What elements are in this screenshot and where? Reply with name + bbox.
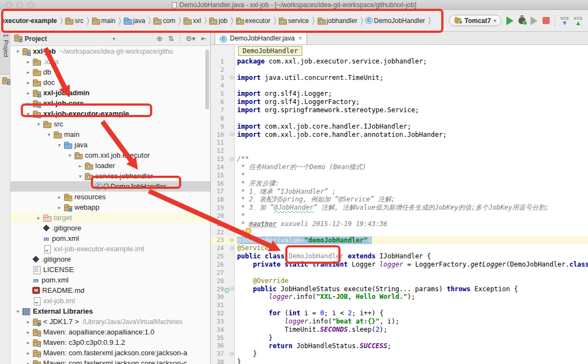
- breadcrumb-item-xxl[interactable]: xxl: [183, 17, 202, 25]
- code-line-10[interactable]: 10−import com.xxl.job.core.handler.annot…: [211, 131, 588, 139]
- tree-row-service.jobhandler[interactable]: ▾service.jobhandler: [10, 171, 210, 181]
- breadcrumb-item-service[interactable]: service: [278, 17, 310, 25]
- breadcrumb-item-main[interactable]: main: [91, 17, 117, 25]
- breadcrumb-item-executor[interactable]: executor: [235, 17, 272, 25]
- fold-marker-icon[interactable]: −: [230, 132, 234, 136]
- tree-row-xxl-job-executor-example[interactable]: ▾xxl-job-executor-example: [10, 108, 210, 119]
- vcs-update-button[interactable]: VCS▼: [560, 16, 569, 25]
- breadcrumb-item-jobhandler[interactable]: jobhandler: [317, 17, 359, 25]
- breadcrumb-item-com[interactable]: com: [153, 17, 176, 25]
- code-line-12[interactable]: 12: [211, 147, 588, 155]
- code-line-23[interactable]: 23−@JobHander(value="demoJobHandler"): [211, 236, 588, 245]
- chevron-right-icon[interactable]: ▸: [24, 80, 32, 85]
- tree-row-pom.xml[interactable]: mpom.xml: [10, 233, 210, 244]
- tree-row-resources[interactable]: ▸resources: [10, 192, 210, 202]
- chevron-down-icon[interactable]: ▾: [45, 132, 53, 137]
- chevron-down-icon[interactable]: ▾: [34, 122, 43, 127]
- fold-marker-icon[interactable]: −: [230, 352, 234, 356]
- tree-row-java[interactable]: ▾java: [10, 140, 210, 150]
- code-line-31[interactable]: 31: [211, 301, 588, 309]
- tree-row-External Libraries[interactable]: ▾External Libraries: [10, 306, 210, 316]
- tree-row-Maven: com.fasterxml.jackson.core:jackson-c[interactable]: ▸Maven: com.fasterxml.jackson.core:jacks…: [10, 358, 210, 364]
- code-line-13[interactable]: 13−/**: [211, 155, 588, 163]
- code-line-1[interactable]: 1package com.xxl.job.executor.service.jo…: [211, 57, 588, 66]
- tree-row-.idea[interactable]: ▸.idea: [10, 56, 210, 67]
- chevron-down-icon[interactable]: ▾: [14, 49, 22, 54]
- code-line-17[interactable]: 17 * 1、继承 “IJobHandler” ;: [211, 188, 588, 196]
- run-configuration-select[interactable]: Tomcat7 ▾: [449, 15, 501, 26]
- chevron-right-icon[interactable]: ▸: [24, 101, 32, 106]
- breadcrumb-item-job[interactable]: job: [209, 17, 228, 25]
- code-line-28[interactable]: 28 @Override: [211, 277, 588, 285]
- fold-marker-icon[interactable]: −: [230, 246, 234, 250]
- code-line-38[interactable]: 38}: [211, 358, 588, 364]
- chevron-right-icon[interactable]: ▸: [76, 163, 84, 169]
- code-line-7[interactable]: 7import org.springframework.stereotype.S…: [211, 106, 588, 114]
- stop-button[interactable]: [543, 17, 550, 24]
- project-tool-window-button[interactable]: 1: Project: [0, 32, 10, 74]
- tree-row-doc[interactable]: ▸doc: [10, 77, 210, 88]
- breadcrumb-item-executor-example[interactable]: executor-example: [0, 17, 58, 25]
- tree-row-xxl-job[interactable]: ▾xxl-job~/workspaces/idea-git-workspace/…: [10, 46, 210, 56]
- breadcrumb-item-java[interactable]: java: [123, 17, 146, 25]
- tree-row-target[interactable]: ▸target: [10, 212, 210, 223]
- run-with-coverage-button[interactable]: [531, 16, 538, 25]
- fold-marker-icon[interactable]: −: [230, 76, 234, 79]
- breadcrumb-item-DemoJobHandler[interactable]: CDemoJobHandler: [365, 17, 426, 25]
- chevron-right-icon[interactable]: ▸: [24, 361, 32, 364]
- chevron-down-icon[interactable]: ▾: [14, 309, 22, 314]
- chevron-right-icon[interactable]: ▸: [24, 330, 32, 335]
- chevron-right-icon[interactable]: ▸: [24, 70, 32, 75]
- code-line-24[interactable]: 24−@Service: [211, 244, 588, 252]
- code-line-37[interactable]: 37− }: [211, 350, 588, 358]
- code-line-30[interactable]: 30 logger.info("XXL-JOB, Hello World.");: [211, 293, 588, 301]
- code-line-25[interactable]: 25public class DemoJobHandler extends IJ…: [211, 252, 588, 261]
- collapse-all-icon[interactable]: ⇅: [168, 34, 174, 43]
- incoming-changes-indicator[interactable]: ↓ 11: [440, 16, 444, 25]
- code-line-29[interactable]: 29↑− public JobHandleStatus execute(Stri…: [211, 285, 588, 293]
- tree-row-xxl-job-executor-example.iml[interactable]: xxl-job-executor-example.iml: [10, 244, 210, 254]
- chevron-right-icon[interactable]: ▸: [24, 340, 32, 345]
- override-gutter-icon[interactable]: ↑: [224, 288, 229, 293]
- project-panel-title[interactable]: Project: [25, 35, 47, 43]
- chevron-right-icon[interactable]: ▸: [24, 350, 32, 356]
- chevron-right-icon[interactable]: ▸: [55, 194, 64, 200]
- chevron-right-icon[interactable]: ▸: [34, 215, 43, 221]
- tree-row-DemoJobHandler[interactable]: CDemoJobHandler: [10, 181, 210, 192]
- project-view-chevron-icon[interactable]: ▾: [113, 36, 116, 42]
- chevron-right-icon[interactable]: ▸: [55, 205, 64, 210]
- editor-tab[interactable]: C DemoJobHandler.java ×: [215, 32, 307, 44]
- code-line-4[interactable]: 4: [211, 82, 588, 90]
- chevron-down-icon[interactable]: ▾: [55, 142, 64, 148]
- code-line-8[interactable]: 8: [211, 114, 588, 123]
- code-line-3[interactable]: 3−import java.util.concurrent.TimeUnit;: [211, 74, 588, 82]
- fold-marker-icon[interactable]: −: [230, 238, 234, 242]
- code-line-11[interactable]: 11: [211, 138, 588, 147]
- tree-row-.gitignore[interactable]: .gitignore: [10, 223, 210, 233]
- code-line-22[interactable]: 22 */: [211, 228, 588, 236]
- tree-row-Maven: c3p0:c3p0:0.9.1.2[interactable]: ▸Maven: c3p0:c3p0:0.9.1.2: [10, 337, 210, 348]
- chevron-down-icon[interactable]: ▾: [24, 111, 32, 117]
- debug-button[interactable]: [518, 17, 526, 24]
- code-line-33[interactable]: 33 logger.info("beat at:{}", i);: [211, 317, 588, 326]
- locate-icon[interactable]: ⊕: [157, 34, 163, 43]
- code-line-16[interactable]: 16 * 开发步骤:: [211, 180, 588, 188]
- tree-row-Maven: aopalliance:aopalliance:1.0[interactable]: ▸Maven: aopalliance:aopalliance:1.0: [10, 327, 210, 337]
- intention-bulb-icon[interactable]: [245, 228, 251, 234]
- code-line-9[interactable]: 9import com.xxl.job.core.handler.IJobHan…: [211, 123, 588, 131]
- chevron-down-icon[interactable]: ▾: [66, 153, 74, 158]
- tree-row-LICENSE[interactable]: LICENSE: [10, 264, 210, 275]
- tree-row-loader[interactable]: ▸loader: [10, 160, 210, 171]
- tree-row-Maven: com.fasterxml.jackson.core:jackson-a[interactable]: ▸Maven: com.fasterxml.jackson.core:jacks…: [10, 348, 210, 358]
- close-tab-icon[interactable]: ×: [298, 34, 302, 42]
- code-line-19[interactable]: 19 * 3、加 “@JobHander” 注解, 注解value值为新增任务生…: [211, 204, 588, 212]
- code-line-15[interactable]: 15 *: [211, 171, 588, 180]
- hide-icon[interactable]: ⇤: [201, 34, 207, 43]
- code-line-32[interactable]: 32 for (int i = 0; i < 2; i++) {: [211, 309, 588, 317]
- code-line-26[interactable]: 26 private static transient Logger logge…: [211, 261, 588, 269]
- tree-row-xxl-job-admin[interactable]: ▸xxl-job-admin: [10, 88, 210, 98]
- tree-row-README.md[interactable]: MREADME.md: [10, 285, 210, 296]
- breadcrumb-item-src[interactable]: src: [65, 17, 84, 25]
- chevron-right-icon[interactable]: ▸: [24, 319, 32, 325]
- tree-row-< JDK1.7 >[interactable]: ▸< JDK1.7 >/Library/Java/JavaVirtualMach…: [10, 316, 210, 327]
